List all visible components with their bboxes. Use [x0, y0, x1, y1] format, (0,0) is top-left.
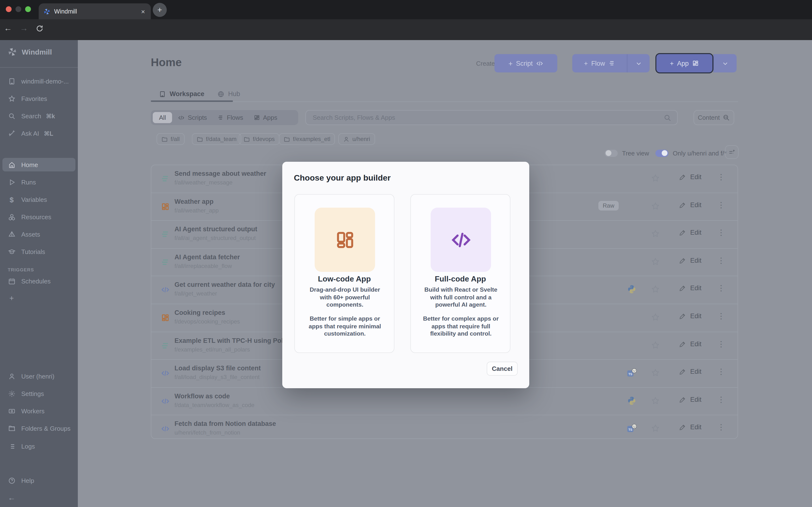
- browser-toolbar: ← → app.windmill.dev W: [0, 19, 812, 40]
- pencil-icon: [679, 285, 686, 292]
- low-code-desc-1: Drag-and-drop UI builder with 60+ powerf…: [303, 286, 387, 309]
- row-menu-icon[interactable]: ⋮: [717, 256, 725, 265]
- list-item[interactable]: Fetch data from Notion database u/henri/…: [151, 415, 738, 439]
- folder-chip-f-all[interactable]: f/all: [157, 133, 185, 145]
- new-tab-button[interactable]: +: [153, 3, 167, 17]
- folder-chip-u-henri[interactable]: u/henri: [338, 133, 375, 145]
- sidebar-item-label: User (henri): [21, 373, 54, 380]
- edit-button[interactable]: Edit: [679, 257, 702, 264]
- user-icon: [8, 373, 15, 380]
- sidebar-item-ask-ai[interactable]: Ask AI ⌘L: [0, 126, 78, 140]
- sidebar-item-user[interactable]: User (henri): [0, 370, 78, 383]
- search-input[interactable]: [312, 113, 664, 122]
- pencil-icon: [679, 257, 686, 264]
- only-filter-toggle[interactable]: [655, 150, 668, 157]
- edit-button[interactable]: Edit: [679, 340, 702, 347]
- back-icon[interactable]: ←: [4, 24, 12, 33]
- row-menu-icon[interactable]: ⋮: [717, 312, 725, 321]
- sidebar-add-trigger-button[interactable]: +: [0, 292, 78, 305]
- edit-button[interactable]: Edit: [679, 229, 702, 236]
- edit-button[interactable]: Edit: [679, 313, 702, 320]
- sidebar-item-settings[interactable]: Settings: [0, 387, 78, 400]
- edit-button[interactable]: Edit: [679, 396, 702, 403]
- tabs-divider: [151, 101, 738, 102]
- edit-button[interactable]: Edit: [679, 368, 702, 375]
- window-controls: [6, 6, 31, 12]
- sidebar-item-search[interactable]: Search ⌘k: [0, 109, 78, 123]
- row-menu-icon[interactable]: ⋮: [717, 423, 725, 432]
- favorite-star-icon[interactable]: [651, 258, 660, 266]
- sidebar-item-schedules[interactable]: Schedules: [0, 274, 78, 288]
- row-menu-icon[interactable]: ⋮: [717, 395, 725, 404]
- tab-hub[interactable]: Hub: [217, 90, 240, 98]
- tree-view-toggle[interactable]: [605, 150, 618, 157]
- list-settings-button[interactable]: [725, 145, 739, 159]
- fullscreen-window-button[interactable]: [25, 6, 31, 12]
- folder-chip-f-devops[interactable]: f/devops: [239, 133, 280, 145]
- favorite-star-icon[interactable]: [651, 174, 660, 182]
- favorite-star-icon[interactable]: [651, 202, 660, 210]
- minimize-window-button[interactable]: [15, 6, 21, 12]
- sidebar-item-workspace[interactable]: windmill-demo-...: [0, 74, 78, 88]
- folder-chip-f-examples-etl[interactable]: f/examples_etl: [279, 133, 335, 145]
- create-flow-dropdown-button[interactable]: [627, 54, 650, 72]
- filter-flows[interactable]: Flows: [213, 112, 248, 123]
- tab-close-icon[interactable]: ×: [140, 8, 146, 15]
- row-menu-icon[interactable]: ⋮: [717, 339, 725, 348]
- folder-chip-f-data-team[interactable]: f/data_team: [192, 133, 242, 145]
- help-icon: [8, 477, 15, 484]
- sidebar-item-workers[interactable]: Workers: [0, 404, 78, 418]
- row-menu-icon[interactable]: ⋮: [717, 228, 725, 237]
- cancel-button[interactable]: Cancel: [487, 362, 518, 376]
- favorite-star-icon[interactable]: [651, 424, 660, 433]
- create-flow-button[interactable]: + Flow: [572, 54, 627, 72]
- edit-button[interactable]: Edit: [679, 201, 702, 208]
- filter-scripts[interactable]: Scripts: [173, 112, 212, 123]
- filter-all[interactable]: All: [153, 112, 172, 123]
- create-app-button[interactable]: + App: [656, 54, 712, 72]
- reload-icon[interactable]: [36, 24, 44, 32]
- edit-button[interactable]: Edit: [679, 285, 702, 292]
- sidebar-item-resources[interactable]: Resources: [0, 210, 78, 224]
- create-app-dropdown-button[interactable]: [713, 54, 737, 72]
- favorite-star-icon[interactable]: [651, 285, 660, 294]
- low-code-app-card[interactable]: Low-code App Drag-and-drop UI builder wi…: [294, 194, 394, 353]
- row-menu-icon[interactable]: ⋮: [717, 200, 725, 209]
- sidebar-item-home[interactable]: Home: [2, 158, 75, 171]
- folder-icon: [284, 136, 290, 142]
- full-code-app-card[interactable]: Full-code App Build with React or Svelte…: [410, 194, 510, 353]
- sidebar-item-folders-groups[interactable]: Folders & Groups: [0, 421, 78, 435]
- list-item[interactable]: Workflow as code f/data_team/workflow_as…: [151, 387, 738, 415]
- content-search-button[interactable]: Content: [694, 110, 734, 125]
- row-menu-icon[interactable]: ⋮: [717, 172, 725, 181]
- sidebar-collapse-button[interactable]: ←: [0, 491, 78, 505]
- sidebar-item-assets[interactable]: Assets: [0, 227, 78, 241]
- favorite-star-icon[interactable]: [651, 229, 660, 238]
- full-code-desc-1: Build with React or Svelte with full con…: [419, 286, 503, 309]
- forward-icon[interactable]: →: [20, 24, 28, 33]
- row-menu-icon[interactable]: ⋮: [717, 284, 725, 293]
- favorite-star-icon[interactable]: [651, 341, 660, 349]
- sidebar-item-help[interactable]: Help: [0, 474, 78, 487]
- favorite-star-icon[interactable]: [651, 369, 660, 377]
- edit-button[interactable]: Edit: [679, 424, 702, 431]
- sidebar: Windmill windmill-demo-... Favorites Sea…: [0, 40, 78, 507]
- python-icon: [627, 396, 638, 406]
- sidebar-item-variables[interactable]: $ Variables: [0, 193, 78, 206]
- close-window-button[interactable]: [6, 6, 12, 12]
- plus-icon: +: [670, 60, 674, 67]
- favorite-star-icon[interactable]: [651, 396, 660, 405]
- sidebar-item-runs[interactable]: Runs: [0, 175, 78, 189]
- create-script-button[interactable]: + Script: [495, 54, 557, 72]
- filter-apps[interactable]: Apps: [249, 112, 282, 123]
- row-menu-icon[interactable]: ⋮: [717, 367, 725, 376]
- arrow-left-icon: ←: [8, 494, 15, 502]
- browser-tab[interactable]: Windmill ×: [39, 3, 151, 19]
- pencil-icon: [679, 340, 686, 347]
- edit-button[interactable]: Edit: [679, 173, 702, 181]
- favorite-star-icon[interactable]: [651, 313, 660, 322]
- sidebar-item-favorites[interactable]: Favorites: [0, 92, 78, 105]
- sidebar-item-tutorials[interactable]: Tutorials: [0, 245, 78, 258]
- tab-workspace[interactable]: Workspace: [159, 90, 204, 98]
- sidebar-item-logs[interactable]: Logs: [0, 439, 78, 453]
